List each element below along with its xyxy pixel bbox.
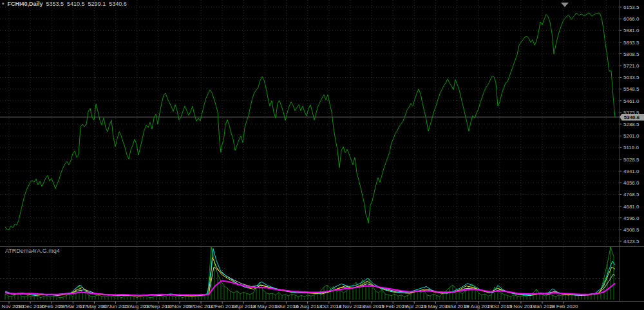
price-axis-label[interactable]: 4941.0	[623, 169, 639, 174]
current-price-tag: 5340.6	[620, 114, 644, 121]
price-axis-label[interactable]: 4596.0	[623, 215, 639, 221]
chart-shift-marker-icon[interactable]	[561, 3, 569, 7]
price-axis-label[interactable]: 5201.0	[623, 133, 639, 139]
close-price-value: 5340.6	[109, 1, 127, 7]
price-axis-label[interactable]: 4768.5	[623, 192, 639, 197]
price-axis-label[interactable]: 5721.0	[623, 63, 639, 69]
price-axis-label[interactable]: 4681.0	[623, 204, 639, 210]
price-axis-label[interactable]: 5548.5	[623, 86, 639, 92]
price-axis-label[interactable]: 5116.0	[623, 145, 639, 150]
price-line	[5, 13, 615, 230]
indicator-envelope-line	[5, 247, 614, 298]
price-axis-label[interactable]: 5288.5	[623, 122, 639, 127]
chart-title-overlay: ▾ FCHI40,Daily 5353.5 5410.5 5299.1 5340…	[2, 1, 127, 7]
indicator-name-label: ATRDema4rA.G.mq4	[5, 248, 60, 254]
price-axis-label[interactable]: 4856.0	[623, 180, 639, 186]
chart-canvas[interactable]: 6153.56066.05981.05893.55808.55721.05633…	[0, 0, 644, 310]
price-axis-label[interactable]: 4508.5	[623, 227, 639, 233]
indicator-line-yellow	[5, 257, 615, 296]
price-axis-label[interactable]: 5808.5	[623, 51, 639, 57]
price-axis-label[interactable]: 5893.5	[623, 40, 639, 46]
date-label[interactable]: 18 Feb 2020	[549, 304, 578, 309]
symbol-period-label: FCHI40,Daily	[8, 1, 43, 7]
price-axis-label[interactable]: 6066.0	[623, 16, 639, 22]
high-price-value: 5410.5	[67, 1, 85, 7]
price-axis-label[interactable]: 5981.0	[623, 28, 639, 33]
price-axis-label[interactable]: 6153.5	[623, 5, 639, 10]
price-axis-label[interactable]: 5461.0	[623, 98, 639, 104]
price-axis-label[interactable]: 4423.5	[623, 239, 639, 244]
indicator-line-cyan	[5, 248, 615, 295]
price-axis-label[interactable]: 5633.5	[623, 75, 639, 80]
symbol-dropdown-icon[interactable]: ▾	[2, 1, 5, 7]
price-axis-label[interactable]: 5028.5	[623, 157, 639, 163]
low-price-value: 5299.1	[88, 1, 106, 7]
open-price-value: 5353.5	[46, 1, 64, 7]
chart-window: 6153.56066.05981.05893.55808.55721.05633…	[0, 0, 644, 310]
indicator-line-silver	[5, 267, 615, 295]
